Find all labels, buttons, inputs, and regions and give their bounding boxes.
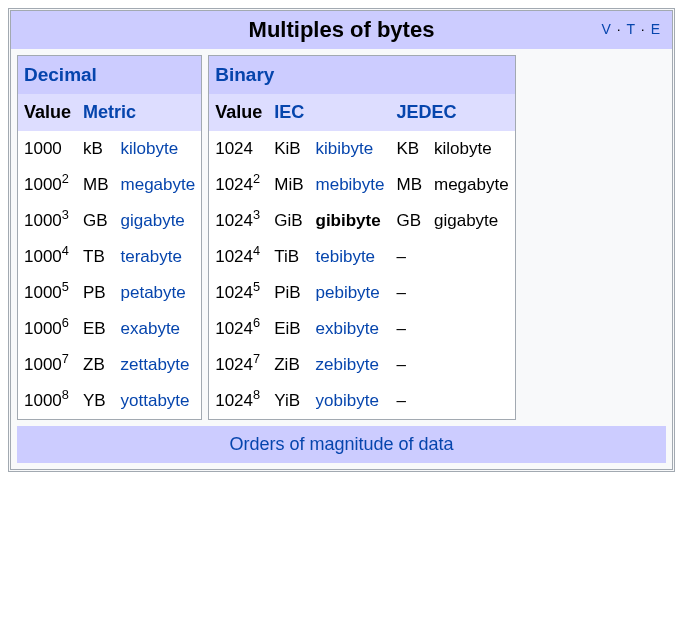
jedec-header-link[interactable]: JEDEC bbox=[397, 102, 457, 122]
jedec-name-cell: megabyte bbox=[428, 167, 515, 203]
binary-table: Binary Value IEC JEDEC 1024KiBkibibyteKB… bbox=[209, 56, 514, 419]
value-cell: 10244 bbox=[209, 239, 268, 275]
iec-symbol-cell: GiB bbox=[268, 203, 309, 239]
iec-name-cell: yobibyte bbox=[310, 383, 391, 419]
jedec-dash-cell: – bbox=[391, 275, 515, 311]
binary-iec-header: IEC bbox=[268, 94, 390, 131]
symbol-cell: PB bbox=[77, 275, 115, 311]
name-cell: megabyte bbox=[115, 167, 202, 203]
table-row: 10245PiBpebibyte– bbox=[209, 275, 514, 311]
name-cell: yottabyte bbox=[115, 383, 202, 419]
decimal-header: Decimal bbox=[18, 56, 201, 94]
iec-header-link[interactable]: IEC bbox=[274, 102, 304, 122]
value-cell: 10246 bbox=[209, 311, 268, 347]
value-cell: 1024 bbox=[209, 131, 268, 167]
unit-link[interactable]: mebibyte bbox=[316, 175, 385, 194]
unit-link[interactable]: zettabyte bbox=[121, 355, 190, 374]
table-row: 10004TBterabyte bbox=[18, 239, 201, 275]
vte-view-link[interactable]: V bbox=[599, 21, 612, 37]
vte-edit-link[interactable]: E bbox=[649, 21, 662, 37]
jedec-dash-cell: – bbox=[391, 347, 515, 383]
name-cell: exabyte bbox=[115, 311, 202, 347]
jedec-dash-cell: – bbox=[391, 311, 515, 347]
iec-name-cell: kibibyte bbox=[310, 131, 391, 167]
table-row: 10002MBmegabyte bbox=[18, 167, 201, 203]
jedec-symbol-cell: GB bbox=[391, 203, 429, 239]
unit-link[interactable]: exbibyte bbox=[316, 319, 379, 338]
table-row: 10242MiBmebibyteMBmegabyte bbox=[209, 167, 514, 203]
multiples-of-bytes-box: Multiples of bytes V · T · E Decimal Val… bbox=[8, 8, 675, 472]
table-row: 10247ZiBzebibyte– bbox=[209, 347, 514, 383]
symbol-cell: EB bbox=[77, 311, 115, 347]
iec-symbol-cell: TiB bbox=[268, 239, 309, 275]
value-cell: 10005 bbox=[18, 275, 77, 311]
iec-symbol-cell: YiB bbox=[268, 383, 309, 419]
unit-link[interactable]: gigabyte bbox=[121, 211, 185, 230]
iec-name-cell: exbibyte bbox=[310, 311, 391, 347]
name-cell: kilobyte bbox=[115, 131, 202, 167]
iec-symbol-cell: MiB bbox=[268, 167, 309, 203]
name-cell: petabyte bbox=[115, 275, 202, 311]
name-cell: zettabyte bbox=[115, 347, 202, 383]
decimal-metric-header: Metric bbox=[77, 94, 201, 131]
unit-link[interactable]: yobibyte bbox=[316, 391, 379, 410]
unit-link[interactable]: petabyte bbox=[121, 283, 186, 302]
value-cell: 10002 bbox=[18, 167, 77, 203]
box-title: Multiples of bytes bbox=[249, 17, 435, 42]
value-cell: 1000 bbox=[18, 131, 77, 167]
tables-row: Decimal Value Metric 1000kBkilobyte10002… bbox=[11, 49, 672, 426]
vte-talk-link[interactable]: T bbox=[624, 21, 637, 37]
unit-link[interactable]: exabyte bbox=[121, 319, 181, 338]
symbol-cell: kB bbox=[77, 131, 115, 167]
table-row: 10003GBgigabyte bbox=[18, 203, 201, 239]
value-cell: 10242 bbox=[209, 167, 268, 203]
table-row: 10008YByottabyte bbox=[18, 383, 201, 419]
name-cell: terabyte bbox=[115, 239, 202, 275]
table-row: 10007ZBzettabyte bbox=[18, 347, 201, 383]
vte-links: V · T · E bbox=[599, 21, 662, 37]
value-cell: 10008 bbox=[18, 383, 77, 419]
value-cell: 10003 bbox=[18, 203, 77, 239]
binary-header-link[interactable]: Binary bbox=[215, 64, 274, 85]
name-cell: gigabyte bbox=[115, 203, 202, 239]
unit-link[interactable]: yottabyte bbox=[121, 391, 190, 410]
value-cell: 10004 bbox=[18, 239, 77, 275]
table-row: 10244TiBtebibyte– bbox=[209, 239, 514, 275]
table-row: 1024KiBkibibyteKBkilobyte bbox=[209, 131, 514, 167]
unit-link[interactable]: zebibyte bbox=[316, 355, 379, 374]
decimal-table-wrap: Decimal Value Metric 1000kBkilobyte10002… bbox=[17, 55, 202, 420]
decimal-table: Decimal Value Metric 1000kBkilobyte10002… bbox=[18, 56, 201, 419]
table-row: 1000kBkilobyte bbox=[18, 131, 201, 167]
unit-name-bold: gibibyte bbox=[316, 211, 381, 230]
value-cell: 10248 bbox=[209, 383, 268, 419]
symbol-cell: MB bbox=[77, 167, 115, 203]
iec-symbol-cell: KiB bbox=[268, 131, 309, 167]
iec-name-cell: tebibyte bbox=[310, 239, 391, 275]
value-cell: 10007 bbox=[18, 347, 77, 383]
unit-link[interactable]: kilobyte bbox=[121, 139, 179, 158]
table-row: 10005PBpetabyte bbox=[18, 275, 201, 311]
iec-name-cell: gibibyte bbox=[310, 203, 391, 239]
table-row: 10248YiByobibyte– bbox=[209, 383, 514, 419]
symbol-cell: GB bbox=[77, 203, 115, 239]
unit-link[interactable]: terabyte bbox=[121, 247, 182, 266]
iec-name-cell: mebibyte bbox=[310, 167, 391, 203]
unit-link[interactable]: kibibyte bbox=[316, 139, 374, 158]
iec-symbol-cell: ZiB bbox=[268, 347, 309, 383]
unit-link[interactable]: pebibyte bbox=[316, 283, 380, 302]
unit-link[interactable]: tebibyte bbox=[316, 247, 376, 266]
iec-name-cell: pebibyte bbox=[310, 275, 391, 311]
unit-link[interactable]: megabyte bbox=[121, 175, 196, 194]
binary-value-header: Value bbox=[209, 94, 268, 131]
jedec-name-cell: gigabyte bbox=[428, 203, 515, 239]
jedec-symbol-cell: MB bbox=[391, 167, 429, 203]
metric-header-link[interactable]: Metric bbox=[83, 102, 136, 122]
decimal-header-link[interactable]: Decimal bbox=[24, 64, 97, 85]
jedec-name-cell: kilobyte bbox=[428, 131, 515, 167]
iec-symbol-cell: PiB bbox=[268, 275, 309, 311]
table-row: 10243GiBgibibyteGBgigabyte bbox=[209, 203, 514, 239]
jedec-dash-cell: – bbox=[391, 239, 515, 275]
iec-name-cell: zebibyte bbox=[310, 347, 391, 383]
symbol-cell: YB bbox=[77, 383, 115, 419]
orders-of-magnitude-link[interactable]: Orders of magnitude of data bbox=[229, 434, 453, 454]
